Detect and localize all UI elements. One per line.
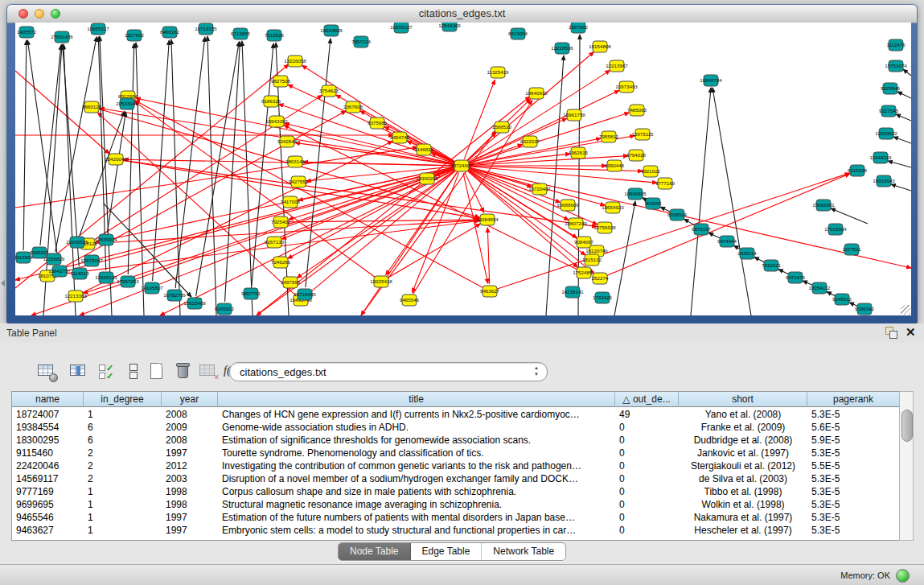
tab-node-table[interactable]: Node Table [339,543,411,560]
table-cell[interactable]: 14569117 [12,472,84,485]
graph-node[interactable]: 12505135 [95,272,117,283]
network-canvas[interactable]: 1872400713226058982750881863281654338292… [15,23,911,315]
table-cell[interactable]: 5.3E-5 [807,511,900,524]
table-cell[interactable]: 9777169 [12,485,84,498]
table-cell[interactable]: 1998 [162,498,218,511]
table-cell[interactable]: Corpus callosum shape and size in male p… [218,485,615,498]
graph-node[interactable]: 6794028 [626,150,647,161]
table-cell[interactable]: 1997 [162,447,218,459]
graph-node[interactable]: 6713855 [231,28,251,39]
graph-node[interactable]: 12975115 [631,129,654,140]
table-cell[interactable]: Disruption of a novel member of a sodium… [218,472,615,485]
graph-node[interactable]: 12213967 [606,60,628,72]
graph-node[interactable]: 8454749 [390,132,410,143]
graph-node[interactable]: 8215938 [848,165,868,176]
table-cell[interactable]: 9115460 [12,447,84,459]
graph-node[interactable]: 1733426 [593,292,613,303]
table-cell[interactable]: 1 [84,524,162,537]
graph-node[interactable]: 9921022 [641,166,661,177]
graph-node[interactable]: 10955217 [87,23,109,35]
graph-node[interactable]: 10688609 [556,200,579,211]
network-window-titlebar[interactable]: citations_edges.txt [7,5,917,23]
graph-node[interactable]: 8322037 [520,136,540,147]
table-cell[interactable]: Genome-wide association studies in ADHD. [218,421,615,434]
graph-node[interactable]: 9777169 [655,178,676,189]
citation-network-graph[interactable]: 1872400713226058982750881863281654338292… [15,23,911,315]
table-cell[interactable]: 1997 [162,524,218,537]
graph-node[interactable]: 10025418 [370,276,392,287]
table-cell[interactable]: 0 [615,434,679,447]
window-resize-grip[interactable] [901,305,910,315]
graph-node[interactable]: 8990448 [605,160,625,171]
table-cell[interactable]: 1 [84,408,162,421]
table-cell[interactable]: 1997 [162,511,218,524]
table-cell[interactable]: Changes of HCN gene expression and I(f) … [218,408,615,421]
graph-node[interactable]: 10955327 [390,23,413,33]
table-cell[interactable]: 9699695 [12,498,84,511]
graph-node[interactable]: 8245912 [215,303,235,315]
table-cell[interactable]: Structural magnetic resonance image aver… [218,498,615,511]
graph-node[interactable]: 9463627 [480,286,500,297]
graph-node[interactable]: 6879197 [692,224,712,235]
graph-node[interactable]: 16782759 [163,290,186,301]
node-attribute-table[interactable]: namein_degreeyeartitle△ out_de...shortpa… [11,391,901,541]
graph-node[interactable]: 9417008 [281,196,301,208]
graph-node[interactable]: 19654923 [602,202,624,213]
row-height-icon[interactable] [122,360,143,381]
column-header-name[interactable]: name [12,392,84,407]
graph-node[interactable]: 2367608 [343,101,363,113]
table-cell[interactable]: 2 [84,459,162,472]
table-cell[interactable]: Franke et al. (2009) [679,421,807,434]
graph-node[interactable]: 8660128 [82,101,102,113]
table-cell[interactable]: 5.3E-5 [807,472,900,485]
graph-node[interactable]: 8938924 [667,209,688,220]
tab-network-table[interactable]: Network Table [482,543,565,560]
table-cell[interactable]: 2 [84,472,162,485]
graph-node[interactable]: 7485063 [627,105,647,116]
graph-node[interactable]: 7515526 [265,30,285,41]
table-cell[interactable]: 6 [84,434,162,447]
tab-edge-table[interactable]: Edge Table [411,543,483,560]
table-cell[interactable]: 0 [615,524,679,537]
table-cell[interactable]: 5.3E-5 [807,524,900,537]
graph-node[interactable]: 2935114 [737,248,757,259]
table-cell[interactable]: 1 [84,485,162,498]
graph-node[interactable]: 15975887 [80,255,103,266]
graph-node[interactable]: 11325419 [487,67,509,78]
graph-node[interactable]: 17957253 [117,276,139,287]
graph-node[interactable]: 10756928 [593,222,616,233]
table-cell[interactable]: Tourette syndrome. Phenomenology and cla… [218,447,615,459]
table-cell[interactable]: 18300295 [12,434,84,447]
graph-node[interactable]: 7955812 [599,131,619,142]
table-cell[interactable]: 0 [615,472,679,485]
table-cell[interactable]: 5.9E-5 [807,434,900,447]
close-panel-icon[interactable]: ✕ [906,325,916,340]
table-cell[interactable]: 1 [84,498,162,511]
graph-node[interactable]: 9465546 [400,295,420,306]
graph-node[interactable]: 1112476 [886,39,906,51]
graph-node[interactable]: 12544369 [438,23,461,31]
table-cell[interactable]: 2009 [162,421,218,434]
table-selector-dropdown[interactable]: citations_edges.txt ▲▼ [229,362,548,381]
graph-node[interactable]: 19384554 [476,214,499,225]
graph-node[interactable]: 9227543 [879,105,899,117]
table-cell[interactable]: 2012 [162,459,218,472]
table-cell[interactable]: 0 [615,485,679,498]
graph-node[interactable]: 9375685 [368,117,388,129]
table-cell[interactable]: 1 [84,511,162,524]
graph-node[interactable]: 1588520 [492,122,512,133]
graph-node[interactable]: 13218506 [551,43,573,54]
table-cell[interactable]: 0 [615,511,679,524]
table-cell[interactable]: Investigating the contribution of common… [218,459,615,472]
graph-node[interactable]: 3754623 [319,85,339,97]
graph-node[interactable]: 16033809 [320,25,343,36]
table-cell[interactable]: Yano et al. (2008) [679,408,807,421]
graph-node[interactable]: 1615132 [582,254,602,266]
column-header-short[interactable]: short [679,392,807,407]
graph-node[interactable]: 17016504 [824,224,847,235]
graph-node[interactable]: 16154808 [589,41,611,52]
column-header-title[interactable]: title [218,392,615,407]
table-cell[interactable]: Jankovic et al. (1997) [679,447,807,459]
graph-node[interactable]: 1114519 [70,268,89,279]
table-cell[interactable]: 5.3E-5 [807,498,900,511]
